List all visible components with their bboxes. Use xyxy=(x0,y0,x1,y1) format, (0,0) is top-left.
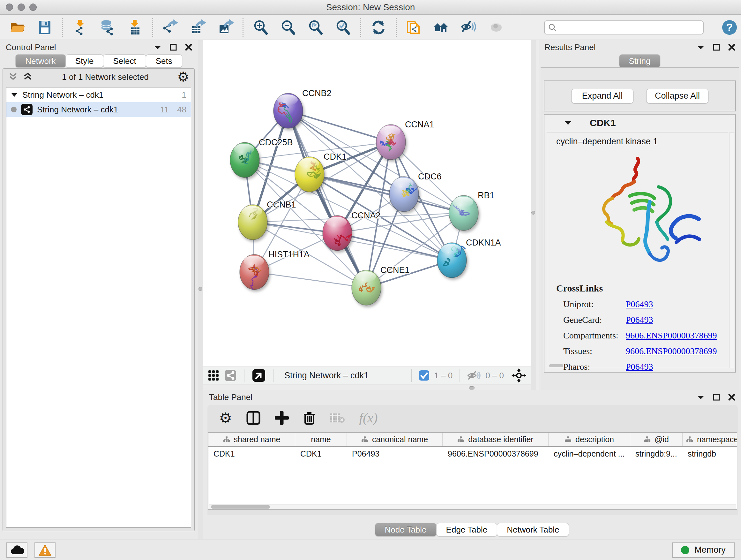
tab-edge-table[interactable]: Edge Table xyxy=(436,523,497,537)
node-HIST1H1A[interactable]: HIST1H1A xyxy=(240,250,310,290)
eye-slash-icon[interactable] xyxy=(460,18,478,37)
crosslink-link[interactable]: P06493 xyxy=(626,315,653,325)
table-gear-icon[interactable]: ⚙ xyxy=(219,411,232,425)
edge-HIST1H1A-CCNE1[interactable] xyxy=(254,272,366,288)
panel-close-icon[interactable] xyxy=(728,44,735,51)
network-collection-row[interactable]: String Network – cdk1 1 xyxy=(6,87,191,102)
table-hscroll-thumb[interactable] xyxy=(211,505,270,509)
hidden-eye-slash-icon[interactable] xyxy=(467,370,481,381)
trash-icon[interactable] xyxy=(303,411,316,425)
cloud-button[interactable] xyxy=(6,543,27,558)
search-box[interactable] xyxy=(544,20,704,35)
collection-expand-icon[interactable] xyxy=(11,92,18,98)
grid-icon[interactable] xyxy=(208,370,219,381)
table-cell[interactable]: CDK1 xyxy=(295,447,347,461)
split-columns-icon[interactable] xyxy=(246,411,261,425)
expand-all-button[interactable]: Expand All xyxy=(571,89,633,104)
table-cell[interactable]: cyclin–dependent ... xyxy=(549,447,630,461)
network-canvas[interactable]: CCNB2CCNA1CDC25BCDK1CDC6RB1CCNB1CCNA2CDK… xyxy=(203,40,531,367)
node-CCNA1[interactable]: CCNA1 xyxy=(376,120,434,160)
tab-node-table[interactable]: Node Table xyxy=(375,523,436,537)
import-table-icon[interactable] xyxy=(126,18,144,37)
tab-network[interactable]: Network xyxy=(15,54,65,68)
selected-checkbox-icon[interactable] xyxy=(419,370,429,381)
zoom-fit-icon[interactable] xyxy=(307,18,325,37)
tab-sets[interactable]: Sets xyxy=(146,54,182,68)
left-split-handle[interactable] xyxy=(199,287,202,291)
chevron-double-up-icon[interactable] xyxy=(23,72,33,82)
results-hscroll-thumb[interactable] xyxy=(549,364,563,367)
zoom-out-icon[interactable] xyxy=(279,18,297,37)
node-CDKN1A[interactable]: CDKN1A xyxy=(437,238,501,278)
panel-float-icon[interactable] xyxy=(713,394,720,401)
results-vscroll-track[interactable] xyxy=(729,132,734,368)
network-row[interactable]: String Network – cdk1 11 48 xyxy=(6,102,191,117)
add-column-icon[interactable] xyxy=(275,411,289,425)
export-network-icon[interactable] xyxy=(161,18,179,37)
column-header-canonical-name[interactable]: canonical name xyxy=(347,433,443,446)
crosslink-link[interactable]: P06493 xyxy=(626,299,653,309)
table-row[interactable]: CDK1CDK1P064939606.ENSP00000378699cyclin… xyxy=(208,447,737,461)
panel-menu-icon[interactable] xyxy=(697,45,704,50)
table-cell[interactable]: 9606.ENSP00000378699 xyxy=(443,447,549,461)
panel-close-icon[interactable] xyxy=(185,44,192,51)
column-header-name[interactable]: name xyxy=(295,433,347,446)
panel-close-icon[interactable] xyxy=(728,394,735,401)
column-header-id[interactable]: @id xyxy=(630,433,683,446)
node-CCNB1[interactable]: CCNB1 xyxy=(238,200,296,240)
node-CCNE1[interactable]: CCNE1 xyxy=(352,265,410,305)
crosslink-link[interactable]: 9606.ENSP00000378699 xyxy=(626,346,717,356)
edge-CCNB2-CCNE1[interactable] xyxy=(288,111,366,288)
tab-style[interactable]: Style xyxy=(65,54,104,68)
panel-menu-icon[interactable] xyxy=(697,395,704,400)
crosslink-label: Compartments: xyxy=(556,330,626,341)
bottom-split-handle[interactable] xyxy=(469,386,475,389)
documents-share-icon[interactable] xyxy=(405,18,423,37)
crosslink-link[interactable]: 9606.ENSP00000378699 xyxy=(626,330,717,341)
node-CCNB2[interactable]: CCNB2 xyxy=(273,88,332,128)
crosshair-icon[interactable] xyxy=(512,368,526,383)
table-hscroll-track[interactable] xyxy=(209,504,736,509)
column-header-shared-name[interactable]: shared name xyxy=(208,433,295,446)
edge-CCNB2-CCNA1[interactable] xyxy=(288,111,391,142)
collapse-all-button[interactable]: Collapse All xyxy=(646,89,709,104)
section-collapse-icon[interactable] xyxy=(564,120,572,125)
gear-icon[interactable]: ⚙ xyxy=(177,70,189,84)
help-button[interactable]: ? xyxy=(722,20,737,35)
tab-select[interactable]: Select xyxy=(103,54,146,68)
export-image-icon[interactable] xyxy=(216,18,234,37)
zoom-selected-icon[interactable] xyxy=(334,18,352,37)
share-gray-icon[interactable] xyxy=(224,369,237,381)
table-cell[interactable]: P06493 xyxy=(347,447,443,461)
table-panel-title: Table Panel xyxy=(209,392,253,402)
memory-button[interactable]: Memory xyxy=(672,543,735,558)
right-split-divider[interactable] xyxy=(531,40,536,390)
right-split-handle[interactable] xyxy=(531,211,535,214)
double-house-icon[interactable] xyxy=(432,18,450,37)
protein-name: CDK1 xyxy=(590,118,616,128)
panel-float-icon[interactable] xyxy=(170,44,177,51)
birdseye-icon[interactable] xyxy=(252,369,266,382)
export-table-icon[interactable] xyxy=(189,18,207,37)
node-RB1[interactable]: RB1 xyxy=(449,191,495,231)
tab-string[interactable]: String xyxy=(619,54,661,68)
import-network-icon[interactable] xyxy=(71,18,89,37)
zoom-in-icon[interactable] xyxy=(252,18,270,37)
tab-network-table[interactable]: Network Table xyxy=(497,523,569,537)
column-header-database-identifier[interactable]: database identifier xyxy=(443,433,549,446)
panel-float-icon[interactable] xyxy=(713,44,720,51)
chevron-double-down-icon[interactable] xyxy=(8,72,19,82)
crosslink-link[interactable]: P06493 xyxy=(626,362,653,372)
table-cell[interactable]: CDK1 xyxy=(208,447,295,461)
search-input[interactable] xyxy=(557,23,694,32)
table-cell[interactable]: stringdb:9... xyxy=(630,447,683,461)
import-database-icon[interactable] xyxy=(98,18,117,37)
refresh-icon[interactable] xyxy=(369,18,387,37)
column-header-description[interactable]: description xyxy=(549,433,630,446)
table-cell[interactable]: stringdb xyxy=(683,447,737,461)
column-header-namespace[interactable]: namespace xyxy=(683,433,737,446)
folder-open-icon[interactable] xyxy=(8,18,26,37)
floppy-save-icon[interactable] xyxy=(36,18,54,37)
warning-button[interactable] xyxy=(35,543,56,558)
panel-menu-icon[interactable] xyxy=(154,45,161,50)
